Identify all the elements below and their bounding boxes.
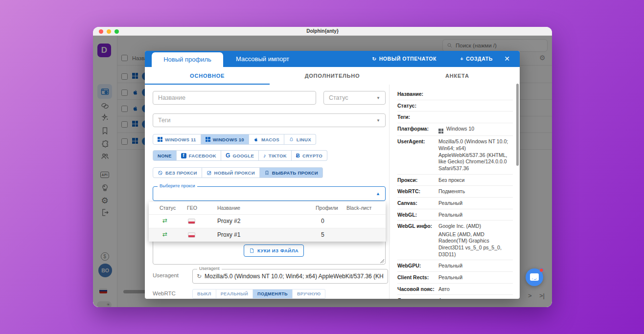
profile-form: Статус ▼ Теги ▼ WINDOWS 11 WINDOWS 10 (145, 85, 389, 299)
fingerprint-summary: Название: Статус: Теги: Платформа:Window… (389, 85, 520, 299)
maximize-window-button[interactable] (115, 29, 119, 34)
tab-main[interactable]: ОСНОВНОЕ (145, 67, 270, 85)
platform-label: TIKTOK (269, 153, 287, 158)
status-placeholder: Статус (329, 94, 348, 101)
os-label: MACOS (261, 137, 279, 142)
column-geo: ГЕО (187, 202, 197, 214)
proxy-mode-label: БЕЗ ПРОКСИ (165, 170, 197, 176)
webrtc-button-group: ВЫКЛ РЕАЛЬНЫЙ ПОДМЕНЯТЬ ВРУЧНУЮ (192, 289, 325, 299)
webrtc-real-button[interactable]: РЕАЛЬНЫЙ (216, 289, 253, 299)
useragent-row-label: Useragent (153, 272, 179, 278)
proxy-option[interactable]: ⇄ Proxy #2 0 (149, 215, 386, 228)
windows-icon (206, 137, 210, 142)
os-button-windows-11[interactable]: WINDOWS 11 (153, 134, 201, 145)
refresh-icon[interactable]: ↻ (197, 273, 202, 280)
os-button-macos[interactable]: MACOS (249, 134, 284, 145)
summary-row: Язык:Авто (397, 295, 513, 299)
platform-button-tiktok[interactable]: ♪ TIKTOK (259, 150, 292, 161)
proxy-profiles-count: 5 (321, 231, 324, 238)
notification-dot (539, 268, 544, 272)
summary-row: Статус: (397, 100, 513, 112)
summary-row: WebRTC:Подменять (397, 186, 513, 198)
proxy-name: Proxy #1 (217, 231, 240, 238)
chevron-up-icon[interactable]: ▲ (376, 191, 380, 196)
close-window-button[interactable] (99, 29, 103, 34)
modal-scrollbar[interactable] (516, 84, 519, 166)
name-field[interactable] (153, 91, 316, 105)
useragent-value: Mozilla/5.0 (Windows NT 10.0; Win64; x64… (205, 273, 384, 280)
file-icon (249, 247, 254, 254)
column-profiles: Профили (316, 202, 338, 214)
proxy-mode-none-button[interactable]: БЕЗ ПРОКСИ (153, 167, 202, 178)
window-title: Dolphin{anty} (93, 27, 552, 36)
titlebar: Dolphin{anty} (93, 27, 552, 36)
summary-row: Client Rects:Реальный (397, 272, 513, 284)
proxy-dropdown: Статус ГЕО Название Профили Black-лист ⇄… (149, 202, 386, 242)
edit-icon (207, 170, 212, 176)
os-label: WINDOWS 11 (165, 137, 196, 142)
webrtc-altered-button[interactable]: ПОДМЕНЯТЬ (253, 289, 293, 299)
webrtc-row-label: WebRTC (153, 290, 176, 296)
modal-inner-tabs: ОСНОВНОЕ ДОПОЛНИТЕЛЬНО АНКЕТА (145, 67, 520, 85)
status-select[interactable]: Статус ▼ (323, 91, 386, 105)
tab-new-profile[interactable]: Новый профиль (152, 52, 223, 67)
tab-bulk-import[interactable]: Массовый импорт (231, 51, 294, 67)
new-fingerprint-label: НОВЫЙ ОТПЕЧАТОК (379, 51, 437, 67)
app-window: Dolphin{anty} D API (93, 27, 552, 307)
tags-select[interactable]: Теги ▼ (153, 113, 386, 127)
tab-additional[interactable]: ДОПОЛНИТЕЛЬНО (270, 67, 394, 85)
platform-button-group: NONE f FACEBOOK G GOOGLE ♪ TIKTOK (153, 150, 327, 161)
chevron-down-icon: ▼ (376, 118, 380, 123)
app-content: D API (93, 36, 552, 307)
proxy-mode-button-group: БЕЗ ПРОКСИ НОВЫЙ ПРОКСИ ВЫБРАТЬ ПРОКСИ (153, 167, 323, 178)
platform-button-google[interactable]: G GOOGLE (221, 150, 259, 161)
support-chat-button[interactable] (526, 268, 543, 286)
platform-label: GOOGLE (233, 153, 254, 158)
summary-row: Часовой пояс:Авто (397, 284, 513, 295)
proxy-select-field[interactable]: Выберите прокси ▲ (153, 186, 386, 201)
os-label: LINUX (297, 137, 311, 142)
summary-row: WebGPU:Реальный (397, 260, 513, 272)
platform-button-crypto[interactable]: Ƀ CRYPTO (292, 150, 327, 161)
apple-icon (253, 137, 259, 142)
cookies-from-file-button[interactable]: КУКИ ИЗ ФАЙЛА (244, 245, 304, 257)
os-button-windows-10[interactable]: WINDOWS 10 (201, 134, 249, 145)
bitcoin-icon: Ƀ (296, 153, 300, 158)
proxy-mode-select-button[interactable]: ВЫБРАТЬ ПРОКСИ (260, 167, 323, 178)
name-input[interactable] (158, 94, 311, 101)
summary-row: WebGL инфо:Google Inc. (AMD)ANGLE (AMD, … (397, 221, 513, 260)
create-label: СОЗДАТЬ (466, 51, 493, 67)
windows-icon (438, 129, 443, 134)
summary-row: Canvas:Реальный (397, 198, 513, 209)
facebook-icon: f (181, 153, 186, 158)
os-label: WINDOWS 10 (213, 137, 244, 142)
plus-icon: + (460, 51, 463, 67)
summary-row: Прокси:Без прокси (397, 175, 513, 186)
platform-label: CRYPTO (302, 153, 322, 158)
platform-button-none[interactable]: NONE (153, 150, 177, 161)
column-status: Статус (160, 202, 176, 214)
close-icon[interactable]: ✕ (504, 51, 510, 67)
tab-questionnaire[interactable]: АНКЕТА (395, 67, 520, 85)
platform-label: FACEBOOK (189, 153, 216, 158)
useragent-field[interactable]: Useragent ↻ Mozilla/5.0 (Windows NT 10.0… (192, 269, 388, 284)
webrtc-off-button[interactable]: ВЫКЛ (192, 289, 216, 299)
webrtc-manual-button[interactable]: ВРУЧНУЮ (293, 289, 326, 299)
modal-header: Новый профиль Массовый импорт ↻ НОВЫЙ ОТ… (145, 51, 520, 67)
proxy-option[interactable]: ⇄ Proxy #1 5 (149, 228, 386, 242)
proxy-mode-new-button[interactable]: НОВЫЙ ПРОКСИ (202, 167, 260, 178)
tiktok-icon: ♪ (263, 153, 266, 158)
minimize-window-button[interactable] (107, 29, 111, 34)
platform-label: NONE (158, 153, 172, 158)
summary-row: Теги: (397, 111, 513, 123)
new-fingerprint-button[interactable]: ↻ НОВЫЙ ОТПЕЧАТОК (372, 51, 437, 67)
column-blacklist: Black-лист (346, 202, 371, 214)
os-button-linux[interactable]: LINUX (284, 134, 316, 145)
cookies-button-label: КУКИ ИЗ ФАЙЛА (257, 248, 299, 253)
create-button[interactable]: + СОЗДАТЬ (460, 51, 493, 67)
proxy-profiles-count: 0 (321, 218, 324, 224)
useragent-field-label: Useragent (197, 266, 222, 271)
resize-handle[interactable] (380, 259, 384, 263)
platform-button-facebook[interactable]: f FACEBOOK (177, 150, 221, 161)
google-icon: G (226, 152, 230, 159)
